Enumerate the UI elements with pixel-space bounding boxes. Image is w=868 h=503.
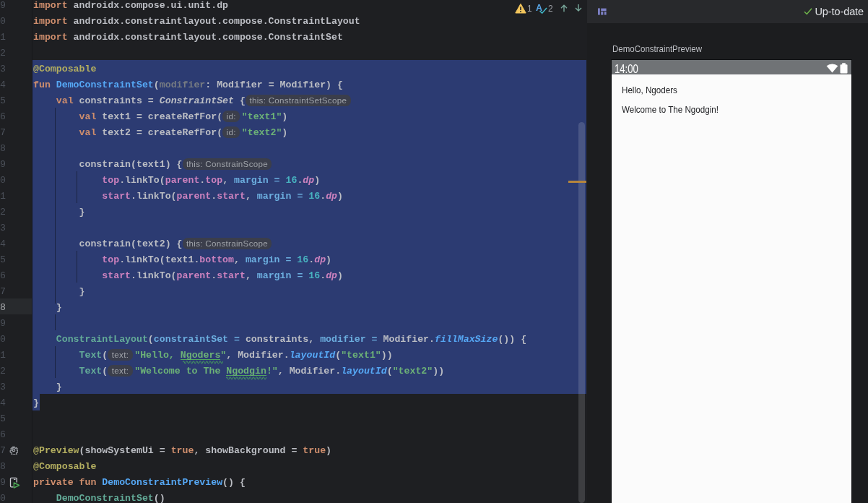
svg-text:A: A (536, 3, 542, 13)
